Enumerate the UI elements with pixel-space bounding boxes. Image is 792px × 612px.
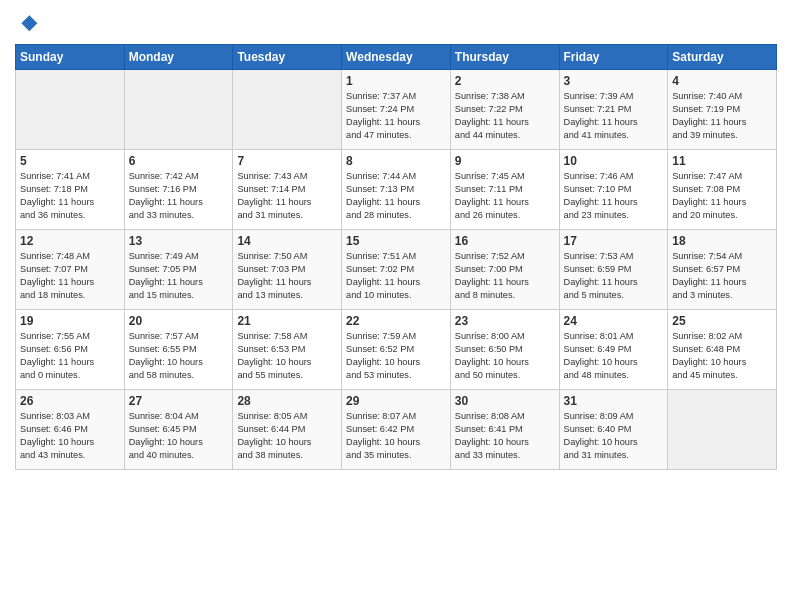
weekday-header-wednesday: Wednesday <box>342 45 451 70</box>
svg-marker-0 <box>21 15 37 31</box>
day-cell-23: 23Sunrise: 8:00 AM Sunset: 6:50 PM Dayli… <box>450 310 559 390</box>
day-number: 30 <box>455 394 555 408</box>
day-number: 24 <box>564 314 664 328</box>
day-number: 26 <box>20 394 120 408</box>
day-number: 21 <box>237 314 337 328</box>
day-number: 1 <box>346 74 446 88</box>
day-cell-15: 15Sunrise: 7:51 AM Sunset: 7:02 PM Dayli… <box>342 230 451 310</box>
day-info: Sunrise: 8:04 AM Sunset: 6:45 PM Dayligh… <box>129 410 229 462</box>
week-row-3: 19Sunrise: 7:55 AM Sunset: 6:56 PM Dayli… <box>16 310 777 390</box>
day-number: 10 <box>564 154 664 168</box>
day-number: 3 <box>564 74 664 88</box>
day-number: 8 <box>346 154 446 168</box>
day-number: 2 <box>455 74 555 88</box>
empty-cell <box>233 70 342 150</box>
logo <box>15 14 39 36</box>
weekday-header-saturday: Saturday <box>668 45 777 70</box>
day-number: 13 <box>129 234 229 248</box>
day-number: 16 <box>455 234 555 248</box>
day-info: Sunrise: 8:05 AM Sunset: 6:44 PM Dayligh… <box>237 410 337 462</box>
day-cell-27: 27Sunrise: 8:04 AM Sunset: 6:45 PM Dayli… <box>124 390 233 470</box>
day-info: Sunrise: 7:57 AM Sunset: 6:55 PM Dayligh… <box>129 330 229 382</box>
day-info: Sunrise: 7:40 AM Sunset: 7:19 PM Dayligh… <box>672 90 772 142</box>
day-cell-4: 4Sunrise: 7:40 AM Sunset: 7:19 PM Daylig… <box>668 70 777 150</box>
day-cell-5: 5Sunrise: 7:41 AM Sunset: 7:18 PM Daylig… <box>16 150 125 230</box>
day-cell-8: 8Sunrise: 7:44 AM Sunset: 7:13 PM Daylig… <box>342 150 451 230</box>
day-cell-20: 20Sunrise: 7:57 AM Sunset: 6:55 PM Dayli… <box>124 310 233 390</box>
day-cell-21: 21Sunrise: 7:58 AM Sunset: 6:53 PM Dayli… <box>233 310 342 390</box>
day-info: Sunrise: 8:03 AM Sunset: 6:46 PM Dayligh… <box>20 410 120 462</box>
day-info: Sunrise: 7:38 AM Sunset: 7:22 PM Dayligh… <box>455 90 555 142</box>
day-info: Sunrise: 7:54 AM Sunset: 6:57 PM Dayligh… <box>672 250 772 302</box>
day-info: Sunrise: 7:47 AM Sunset: 7:08 PM Dayligh… <box>672 170 772 222</box>
week-row-0: 1Sunrise: 7:37 AM Sunset: 7:24 PM Daylig… <box>16 70 777 150</box>
day-cell-17: 17Sunrise: 7:53 AM Sunset: 6:59 PM Dayli… <box>559 230 668 310</box>
day-info: Sunrise: 7:53 AM Sunset: 6:59 PM Dayligh… <box>564 250 664 302</box>
day-info: Sunrise: 7:41 AM Sunset: 7:18 PM Dayligh… <box>20 170 120 222</box>
day-info: Sunrise: 7:37 AM Sunset: 7:24 PM Dayligh… <box>346 90 446 142</box>
day-info: Sunrise: 7:46 AM Sunset: 7:10 PM Dayligh… <box>564 170 664 222</box>
day-info: Sunrise: 7:39 AM Sunset: 7:21 PM Dayligh… <box>564 90 664 142</box>
day-cell-11: 11Sunrise: 7:47 AM Sunset: 7:08 PM Dayli… <box>668 150 777 230</box>
day-number: 9 <box>455 154 555 168</box>
day-number: 23 <box>455 314 555 328</box>
day-info: Sunrise: 8:00 AM Sunset: 6:50 PM Dayligh… <box>455 330 555 382</box>
weekday-header-monday: Monday <box>124 45 233 70</box>
day-cell-10: 10Sunrise: 7:46 AM Sunset: 7:10 PM Dayli… <box>559 150 668 230</box>
calendar-table: SundayMondayTuesdayWednesdayThursdayFrid… <box>15 44 777 470</box>
day-cell-12: 12Sunrise: 7:48 AM Sunset: 7:07 PM Dayli… <box>16 230 125 310</box>
day-number: 25 <box>672 314 772 328</box>
day-info: Sunrise: 8:08 AM Sunset: 6:41 PM Dayligh… <box>455 410 555 462</box>
empty-cell <box>668 390 777 470</box>
day-number: 7 <box>237 154 337 168</box>
day-cell-16: 16Sunrise: 7:52 AM Sunset: 7:00 PM Dayli… <box>450 230 559 310</box>
day-number: 14 <box>237 234 337 248</box>
header <box>15 10 777 36</box>
day-info: Sunrise: 8:09 AM Sunset: 6:40 PM Dayligh… <box>564 410 664 462</box>
week-row-4: 26Sunrise: 8:03 AM Sunset: 6:46 PM Dayli… <box>16 390 777 470</box>
day-info: Sunrise: 7:43 AM Sunset: 7:14 PM Dayligh… <box>237 170 337 222</box>
day-number: 4 <box>672 74 772 88</box>
week-row-1: 5Sunrise: 7:41 AM Sunset: 7:18 PM Daylig… <box>16 150 777 230</box>
day-number: 22 <box>346 314 446 328</box>
day-info: Sunrise: 7:49 AM Sunset: 7:05 PM Dayligh… <box>129 250 229 302</box>
day-cell-6: 6Sunrise: 7:42 AM Sunset: 7:16 PM Daylig… <box>124 150 233 230</box>
day-info: Sunrise: 8:02 AM Sunset: 6:48 PM Dayligh… <box>672 330 772 382</box>
day-cell-26: 26Sunrise: 8:03 AM Sunset: 6:46 PM Dayli… <box>16 390 125 470</box>
weekday-header-thursday: Thursday <box>450 45 559 70</box>
day-info: Sunrise: 7:50 AM Sunset: 7:03 PM Dayligh… <box>237 250 337 302</box>
day-info: Sunrise: 7:42 AM Sunset: 7:16 PM Dayligh… <box>129 170 229 222</box>
day-cell-14: 14Sunrise: 7:50 AM Sunset: 7:03 PM Dayli… <box>233 230 342 310</box>
day-cell-13: 13Sunrise: 7:49 AM Sunset: 7:05 PM Dayli… <box>124 230 233 310</box>
day-number: 12 <box>20 234 120 248</box>
day-info: Sunrise: 8:01 AM Sunset: 6:49 PM Dayligh… <box>564 330 664 382</box>
day-info: Sunrise: 7:44 AM Sunset: 7:13 PM Dayligh… <box>346 170 446 222</box>
weekday-header-row: SundayMondayTuesdayWednesdayThursdayFrid… <box>16 45 777 70</box>
day-number: 31 <box>564 394 664 408</box>
day-number: 17 <box>564 234 664 248</box>
day-number: 20 <box>129 314 229 328</box>
day-cell-1: 1Sunrise: 7:37 AM Sunset: 7:24 PM Daylig… <box>342 70 451 150</box>
day-info: Sunrise: 7:45 AM Sunset: 7:11 PM Dayligh… <box>455 170 555 222</box>
day-cell-22: 22Sunrise: 7:59 AM Sunset: 6:52 PM Dayli… <box>342 310 451 390</box>
day-cell-2: 2Sunrise: 7:38 AM Sunset: 7:22 PM Daylig… <box>450 70 559 150</box>
day-info: Sunrise: 7:51 AM Sunset: 7:02 PM Dayligh… <box>346 250 446 302</box>
day-cell-30: 30Sunrise: 8:08 AM Sunset: 6:41 PM Dayli… <box>450 390 559 470</box>
day-cell-24: 24Sunrise: 8:01 AM Sunset: 6:49 PM Dayli… <box>559 310 668 390</box>
day-info: Sunrise: 8:07 AM Sunset: 6:42 PM Dayligh… <box>346 410 446 462</box>
week-row-2: 12Sunrise: 7:48 AM Sunset: 7:07 PM Dayli… <box>16 230 777 310</box>
day-cell-3: 3Sunrise: 7:39 AM Sunset: 7:21 PM Daylig… <box>559 70 668 150</box>
day-number: 28 <box>237 394 337 408</box>
day-cell-7: 7Sunrise: 7:43 AM Sunset: 7:14 PM Daylig… <box>233 150 342 230</box>
day-cell-9: 9Sunrise: 7:45 AM Sunset: 7:11 PM Daylig… <box>450 150 559 230</box>
day-number: 6 <box>129 154 229 168</box>
day-number: 15 <box>346 234 446 248</box>
day-cell-18: 18Sunrise: 7:54 AM Sunset: 6:57 PM Dayli… <box>668 230 777 310</box>
day-cell-25: 25Sunrise: 8:02 AM Sunset: 6:48 PM Dayli… <box>668 310 777 390</box>
day-info: Sunrise: 7:52 AM Sunset: 7:00 PM Dayligh… <box>455 250 555 302</box>
day-number: 27 <box>129 394 229 408</box>
page-container: SundayMondayTuesdayWednesdayThursdayFrid… <box>0 0 792 480</box>
day-info: Sunrise: 7:55 AM Sunset: 6:56 PM Dayligh… <box>20 330 120 382</box>
day-info: Sunrise: 7:59 AM Sunset: 6:52 PM Dayligh… <box>346 330 446 382</box>
weekday-header-friday: Friday <box>559 45 668 70</box>
